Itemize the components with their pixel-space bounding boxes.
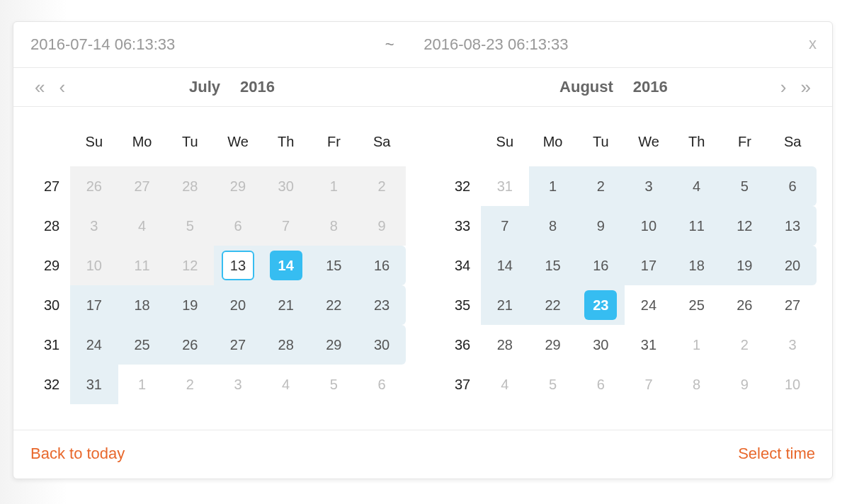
prev-year-button[interactable]: « (30, 78, 49, 96)
day-td[interactable]: 4 (673, 166, 721, 206)
day-td[interactable]: 31 (70, 365, 118, 404)
day-td[interactable]: 24 (625, 285, 673, 325)
day-cell[interactable]: 5 (537, 370, 569, 399)
day-cell[interactable]: 1 (317, 171, 350, 201)
day-td[interactable]: 23 (576, 285, 625, 325)
day-td[interactable]: 29 (310, 325, 358, 365)
day-cell[interactable]: 12 (728, 211, 761, 241)
day-td[interactable]: 23 (358, 285, 406, 325)
day-cell[interactable]: 5 (174, 211, 206, 241)
day-td[interactable]: 28 (262, 325, 310, 365)
day-cell[interactable]: 8 (317, 211, 350, 241)
day-td[interactable]: 1 (529, 166, 577, 206)
day-cell[interactable]: 18 (681, 251, 713, 280)
day-td[interactable]: 22 (529, 285, 577, 325)
day-td[interactable]: 3 (214, 365, 262, 404)
day-td[interactable]: 27 (768, 285, 817, 325)
end-date-input[interactable] (422, 35, 768, 55)
day-cell[interactable]: 2 (728, 330, 761, 360)
day-cell[interactable]: 19 (728, 251, 761, 280)
day-td[interactable]: 9 (358, 206, 406, 246)
day-td[interactable]: 3 (768, 325, 817, 365)
day-td[interactable]: 8 (310, 206, 358, 246)
day-td[interactable]: 13 (768, 206, 817, 246)
next-year-button[interactable]: » (797, 78, 815, 96)
day-cell[interactable]: 10 (632, 211, 665, 241)
day-td[interactable]: 7 (481, 206, 529, 246)
day-td[interactable]: 9 (721, 365, 769, 404)
day-cell[interactable]: 9 (365, 211, 398, 241)
day-td[interactable]: 10 (768, 365, 817, 404)
left-month-label[interactable]: July 2016 (189, 78, 275, 96)
day-cell[interactable]: 19 (174, 290, 206, 320)
day-td[interactable]: 31 (625, 325, 673, 365)
day-cell[interactable]: 14 (270, 251, 302, 280)
day-td[interactable]: 5 (310, 365, 358, 404)
day-td[interactable]: 4 (118, 206, 166, 246)
day-cell[interactable]: 27 (222, 330, 254, 360)
day-cell[interactable]: 18 (126, 290, 159, 320)
day-cell[interactable]: 2 (584, 171, 617, 201)
day-td[interactable]: 18 (118, 285, 166, 325)
day-cell[interactable]: 6 (365, 370, 398, 399)
day-td[interactable]: 30 (262, 166, 310, 206)
day-td[interactable]: 1 (118, 365, 166, 404)
right-month-name[interactable]: August (559, 78, 613, 96)
day-cell[interactable]: 31 (632, 330, 665, 360)
day-td[interactable]: 18 (673, 246, 721, 285)
day-cell[interactable]: 14 (489, 251, 521, 280)
day-cell[interactable]: 30 (584, 330, 617, 360)
left-year[interactable]: 2016 (240, 78, 275, 96)
day-cell[interactable]: 29 (317, 330, 350, 360)
day-td[interactable]: 6 (768, 166, 817, 206)
day-cell[interactable]: 4 (681, 171, 713, 201)
day-td[interactable]: 28 (481, 325, 529, 365)
day-cell[interactable]: 15 (317, 251, 350, 280)
day-td[interactable]: 20 (768, 246, 817, 285)
day-cell[interactable]: 17 (632, 251, 665, 280)
day-cell[interactable]: 24 (78, 330, 110, 360)
day-td[interactable]: 19 (166, 285, 214, 325)
day-cell[interactable]: 7 (632, 370, 665, 399)
day-td[interactable]: 13 (214, 246, 262, 285)
day-td[interactable]: 31 (481, 166, 529, 206)
day-td[interactable]: 26 (166, 325, 214, 365)
day-cell[interactable]: 24 (632, 290, 665, 320)
day-cell[interactable]: 22 (317, 290, 350, 320)
day-cell[interactable]: 30 (365, 330, 398, 360)
day-td[interactable]: 30 (358, 325, 406, 365)
close-icon[interactable]: x (809, 35, 817, 53)
day-td[interactable]: 2 (358, 166, 406, 206)
day-td[interactable]: 2 (721, 325, 769, 365)
next-month-button[interactable]: › (776, 78, 791, 96)
day-cell[interactable]: 6 (776, 171, 809, 201)
day-td[interactable]: 24 (70, 325, 118, 365)
left-month-name[interactable]: July (189, 78, 220, 96)
day-cell[interactable]: 3 (222, 370, 254, 399)
day-cell[interactable]: 23 (365, 290, 398, 320)
day-cell[interactable]: 11 (126, 251, 159, 280)
day-cell[interactable]: 20 (222, 290, 254, 320)
day-cell[interactable]: 5 (317, 370, 350, 399)
day-td[interactable]: 22 (310, 285, 358, 325)
day-cell[interactable]: 4 (270, 370, 302, 399)
day-cell[interactable]: 3 (632, 171, 665, 201)
day-cell[interactable]: 27 (776, 290, 809, 320)
day-cell[interactable]: 17 (78, 290, 110, 320)
day-cell[interactable]: 5 (728, 171, 761, 201)
day-td[interactable]: 8 (529, 206, 577, 246)
day-td[interactable]: 5 (529, 365, 577, 404)
day-td[interactable]: 2 (576, 166, 625, 206)
day-td[interactable]: 28 (166, 166, 214, 206)
day-td[interactable]: 26 (721, 285, 769, 325)
day-cell[interactable]: 21 (270, 290, 302, 320)
day-td[interactable]: 29 (529, 325, 577, 365)
day-td[interactable]: 6 (214, 206, 262, 246)
day-td[interactable]: 16 (576, 246, 625, 285)
day-td[interactable]: 17 (70, 285, 118, 325)
day-cell[interactable]: 1 (126, 370, 159, 399)
day-td[interactable]: 25 (673, 285, 721, 325)
day-cell[interactable]: 9 (584, 211, 617, 241)
day-cell[interactable]: 4 (126, 211, 159, 241)
day-td[interactable]: 17 (625, 246, 673, 285)
